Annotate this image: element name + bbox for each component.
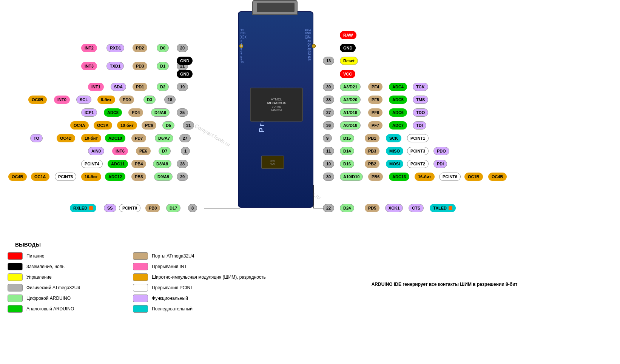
badge-16bit-r: 16-бит <box>415 173 435 181</box>
badge-PD2: PD2 <box>133 44 147 52</box>
badge-OC4A: OC4A <box>70 121 89 130</box>
badge-ADC6: ADC6 <box>389 108 407 117</box>
legend-swatch-analog <box>8 305 23 313</box>
badge-D14: D14 <box>340 147 354 155</box>
badge-PDO: PDO <box>433 147 449 155</box>
legend-label-power: Питание <box>26 253 44 259</box>
badge-INT0: INT0 <box>54 96 70 104</box>
badge-MOSI: MOSI <box>386 160 403 168</box>
badge-8bit-l1: 8-бит <box>97 96 115 104</box>
badge-TXLED: TXLED <box>430 204 456 212</box>
badge-RXD1: RXD1 <box>106 44 124 52</box>
legend-note-container: ARDUINO IDE генерирует все контакты ШИМ … <box>364 278 518 287</box>
legend-item-functional: Функциональный <box>133 295 266 302</box>
badge-20: 20 <box>177 44 188 52</box>
badge-PF4: PF4 <box>368 83 382 91</box>
badge-ADC12: ADC12 <box>105 173 125 181</box>
badge-D0: D0 <box>157 44 169 52</box>
badge-31: 31 <box>183 121 194 130</box>
badge-PD5: PD5 <box>365 204 379 212</box>
watermark-left: CompactTools.ru <box>194 123 231 148</box>
legend-item-control: Управление <box>8 273 80 281</box>
badge-36: 36 <box>323 121 334 130</box>
badge-13: 13 <box>323 57 334 65</box>
badge-ADC11: ADC11 <box>108 160 128 168</box>
legend-label-serial: Последовательный <box>152 306 193 312</box>
badge-PF5: PF5 <box>368 96 382 104</box>
legend-col-left: Питание Заземление, ноль Управление Физи… <box>8 252 80 313</box>
badge-RXLED: RXLED <box>70 204 96 212</box>
badge-PCINT1: PCINT1 <box>407 134 429 142</box>
legend-swatch-power <box>8 252 23 260</box>
legend-swatch-digital <box>8 295 23 302</box>
badge-Reset: Reset <box>340 57 358 65</box>
legend-label-control: Управление <box>26 275 52 280</box>
badge-D15: D15 <box>340 134 354 142</box>
badge-8: 8 <box>188 204 197 212</box>
badge-D6A7: D6/A7 <box>155 134 173 142</box>
legend-swatch-pwm <box>133 273 148 281</box>
badge-SCK: SCK <box>386 134 401 142</box>
legend-item-pwm: Широтно-импульсная модуляция (ШИМ), разр… <box>133 273 266 281</box>
badge-A10D10: A10/D10 <box>340 173 363 181</box>
badge-29: 29 <box>177 173 188 181</box>
badge-PB4: PB4 <box>131 160 146 168</box>
badge-10bit-l1: 10-бит <box>117 121 137 130</box>
badge-10bit-l2: 10-бит <box>81 134 101 142</box>
badge-OC1B: OC1B <box>464 173 483 181</box>
badge-19: 19 <box>177 83 188 91</box>
badge-22: 22 <box>323 204 334 212</box>
legend-item-pcint: Прерывания PCINT <box>133 284 266 292</box>
legend-swatch-int <box>133 263 148 270</box>
badge-OC4D: OC4D <box>57 134 75 142</box>
arduino-board: Pro Micro ATMEL MEGA32U4 7U ME14M0SA 039… <box>238 11 313 208</box>
badge-PD1: PD1 <box>133 83 147 91</box>
line-bottom-right <box>313 208 324 208</box>
badge-25: 25 <box>177 108 188 117</box>
line-bottom-left <box>204 208 240 208</box>
badge-PB3: PB3 <box>365 147 379 155</box>
badge-PCINT3: PCINT3 <box>407 147 429 155</box>
badge-GND-l2: GND <box>177 70 193 78</box>
badge-D4A6: D4/A6 <box>151 108 170 117</box>
legend-item-digital: Цифровой ARDUINO <box>8 295 80 302</box>
badge-VCC: VCC <box>340 70 355 78</box>
badge-OC4B-l: OC4B <box>8 173 27 181</box>
badge-16bit-l: 16-бит <box>81 173 101 181</box>
badge-TMS: TMS <box>413 96 428 104</box>
badge-27: 27 <box>179 134 191 142</box>
badge-ADC13: ADC13 <box>389 173 409 181</box>
badge-A2D20: A2/D20 <box>340 96 361 104</box>
badge-PD3: PD3 <box>133 62 147 70</box>
legend-label-ports: Порты ATmega32U4 <box>152 253 194 259</box>
badge-30: 30 <box>323 173 334 181</box>
badge-D9A9: D9/A9 <box>154 173 173 181</box>
badge-ADC7: ADC7 <box>389 121 407 130</box>
legend-item-int: Прерывания INT <box>133 263 266 270</box>
badge-INT3: INT3 <box>81 62 97 70</box>
badge-INT1: INT1 <box>88 83 104 91</box>
badge-PCINT6: PCINT6 <box>439 173 461 181</box>
legend-swatch-ports <box>133 252 148 260</box>
legend-swatch-control <box>8 273 23 281</box>
legend-label-pcint: Прерывания PCINT <box>152 285 193 290</box>
badge-TXD1: TXD1 <box>106 62 124 70</box>
legend-label-ground: Заземление, ноль <box>26 264 65 269</box>
badge-39: 39 <box>323 83 334 91</box>
badge-TCK: TCK <box>413 83 428 91</box>
badge-INT6: INT6 <box>112 147 128 155</box>
legend-label-pwm: Широтно-импульсная модуляция (ШИМ), разр… <box>152 275 266 280</box>
badge-9: 9 <box>323 134 332 142</box>
badge-1: 1 <box>181 147 190 155</box>
badge-D3: D3 <box>143 96 156 104</box>
badge-PC6: PC6 <box>142 121 156 130</box>
legend-item-analog: Аналоговый ARDUINO <box>8 305 80 313</box>
badge-ADC4: ADC4 <box>389 83 407 91</box>
badge-ADC8: ADC8 <box>104 108 122 117</box>
badge-MISO: MISO <box>386 147 403 155</box>
badge-RAW: RAW <box>340 31 356 39</box>
legend-swatch-ground <box>8 263 23 270</box>
badge-PB5: PB5 <box>131 173 146 181</box>
badge-A1D19: A1/D19 <box>340 108 361 117</box>
usb-connector <box>252 0 298 15</box>
